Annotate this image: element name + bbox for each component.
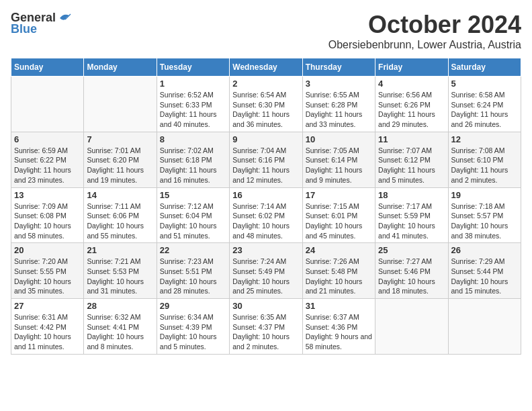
calendar-cell: 11Sunrise: 7:07 AM Sunset: 6:12 PM Dayli… [375,132,448,187]
day-info: Sunrise: 6:32 AM Sunset: 4:41 PM Dayligh… [87,312,153,352]
column-header-thursday: Thursday [302,58,375,77]
day-info: Sunrise: 7:07 AM Sunset: 6:12 PM Dayligh… [378,146,445,185]
day-number: 15 [160,190,226,200]
day-info: Sunrise: 6:31 AM Sunset: 4:42 PM Dayligh… [14,312,81,352]
day-info: Sunrise: 7:12 AM Sunset: 6:04 PM Dayligh… [160,201,226,241]
calendar-week-row: 27Sunrise: 6:31 AM Sunset: 4:42 PM Dayli… [11,299,521,355]
calendar-cell: 9Sunrise: 7:04 AM Sunset: 6:16 PM Daylig… [230,132,302,187]
day-info: Sunrise: 7:04 AM Sunset: 6:16 PM Dayligh… [232,146,299,185]
column-header-saturday: Saturday [448,58,521,77]
day-info: Sunrise: 7:17 AM Sunset: 5:59 PM Dayligh… [378,201,445,241]
day-info: Sunrise: 6:37 AM Sunset: 4:36 PM Dayligh… [306,312,372,352]
calendar-cell: 30Sunrise: 6:35 AM Sunset: 4:37 PM Dayli… [230,299,302,355]
day-number: 14 [87,190,153,200]
page-header: General Blue October 2024 Obersiebenbrun… [11,11,521,51]
day-info: Sunrise: 7:18 AM Sunset: 5:57 PM Dayligh… [451,201,518,241]
day-info: Sunrise: 7:15 AM Sunset: 6:01 PM Dayligh… [306,201,372,241]
calendar-cell: 1Sunrise: 6:52 AM Sunset: 6:33 PM Daylig… [157,77,229,132]
month-title: October 2024 [328,11,521,39]
day-number: 20 [14,245,81,255]
calendar-cell [84,77,157,132]
calendar-cell: 8Sunrise: 7:02 AM Sunset: 6:18 PM Daylig… [157,132,229,187]
calendar-cell: 13Sunrise: 7:09 AM Sunset: 6:08 PM Dayli… [11,187,84,243]
calendar-week-row: 6Sunrise: 6:59 AM Sunset: 6:22 PM Daylig… [11,132,521,187]
column-header-friday: Friday [375,58,448,77]
calendar-header-row: SundayMondayTuesdayWednesdayThursdayFrid… [11,58,521,77]
calendar-cell: 31Sunrise: 6:37 AM Sunset: 4:36 PM Dayli… [302,299,375,355]
day-info: Sunrise: 6:35 AM Sunset: 4:37 PM Dayligh… [232,312,299,352]
column-header-tuesday: Tuesday [157,58,229,77]
day-number: 21 [87,245,153,255]
day-info: Sunrise: 7:24 AM Sunset: 5:49 PM Dayligh… [232,257,299,296]
calendar-cell: 22Sunrise: 7:23 AM Sunset: 5:51 PM Dayli… [157,243,229,299]
day-info: Sunrise: 7:08 AM Sunset: 6:10 PM Dayligh… [451,146,518,185]
calendar-cell [11,77,84,132]
calendar-cell: 14Sunrise: 7:11 AM Sunset: 6:06 PM Dayli… [84,187,157,243]
calendar-cell: 15Sunrise: 7:12 AM Sunset: 6:04 PM Dayli… [157,187,229,243]
day-number: 18 [378,190,445,200]
day-number: 31 [306,301,372,311]
day-info: Sunrise: 6:52 AM Sunset: 6:33 PM Dayligh… [160,90,226,130]
calendar-cell: 23Sunrise: 7:24 AM Sunset: 5:49 PM Dayli… [230,243,302,299]
day-number: 4 [378,79,445,89]
calendar-week-row: 1Sunrise: 6:52 AM Sunset: 6:33 PM Daylig… [11,77,521,132]
title-block: October 2024 Obersiebenbrunn, Lower Aust… [328,11,521,51]
day-number: 29 [160,301,226,311]
day-info: Sunrise: 6:58 AM Sunset: 6:24 PM Dayligh… [451,90,518,130]
calendar-cell: 29Sunrise: 6:34 AM Sunset: 4:39 PM Dayli… [157,299,229,355]
day-info: Sunrise: 7:09 AM Sunset: 6:08 PM Dayligh… [14,201,81,241]
day-info: Sunrise: 6:59 AM Sunset: 6:22 PM Dayligh… [14,146,81,185]
day-number: 26 [451,245,518,255]
day-number: 8 [160,134,226,144]
calendar-cell: 6Sunrise: 6:59 AM Sunset: 6:22 PM Daylig… [11,132,84,187]
day-info: Sunrise: 6:54 AM Sunset: 6:30 PM Dayligh… [232,90,299,130]
day-info: Sunrise: 7:26 AM Sunset: 5:48 PM Dayligh… [306,257,372,296]
calendar-cell: 3Sunrise: 6:55 AM Sunset: 6:28 PM Daylig… [302,77,375,132]
day-number: 5 [451,79,518,89]
day-info: Sunrise: 6:34 AM Sunset: 4:39 PM Dayligh… [160,312,226,352]
day-number: 10 [306,134,372,144]
calendar-cell: 28Sunrise: 6:32 AM Sunset: 4:41 PM Dayli… [84,299,157,355]
calendar-cell: 24Sunrise: 7:26 AM Sunset: 5:48 PM Dayli… [302,243,375,299]
day-number: 27 [14,301,81,311]
calendar-week-row: 13Sunrise: 7:09 AM Sunset: 6:08 PM Dayli… [11,187,521,243]
day-number: 11 [378,134,445,144]
logo-bird-icon [57,11,72,25]
day-number: 24 [306,245,372,255]
calendar-cell: 20Sunrise: 7:20 AM Sunset: 5:55 PM Dayli… [11,243,84,299]
column-header-monday: Monday [84,58,157,77]
day-number: 13 [14,190,81,200]
calendar-cell [375,299,448,355]
logo-blue-text: Blue [11,22,37,36]
day-number: 28 [87,301,153,311]
day-number: 30 [232,301,299,311]
calendar-table: SundayMondayTuesdayWednesdayThursdayFrid… [11,58,521,355]
day-number: 2 [232,79,299,89]
calendar-cell: 10Sunrise: 7:05 AM Sunset: 6:14 PM Dayli… [302,132,375,187]
day-info: Sunrise: 7:27 AM Sunset: 5:46 PM Dayligh… [378,257,445,296]
day-number: 6 [14,134,81,144]
day-number: 19 [451,190,518,200]
calendar-cell: 19Sunrise: 7:18 AM Sunset: 5:57 PM Dayli… [448,187,521,243]
day-info: Sunrise: 7:05 AM Sunset: 6:14 PM Dayligh… [306,146,372,185]
calendar-cell: 27Sunrise: 6:31 AM Sunset: 4:42 PM Dayli… [11,299,84,355]
calendar-cell: 5Sunrise: 6:58 AM Sunset: 6:24 PM Daylig… [448,77,521,132]
day-info: Sunrise: 7:29 AM Sunset: 5:44 PM Dayligh… [451,257,518,296]
day-info: Sunrise: 6:56 AM Sunset: 6:26 PM Dayligh… [378,90,445,130]
day-info: Sunrise: 7:02 AM Sunset: 6:18 PM Dayligh… [160,146,226,185]
column-header-sunday: Sunday [11,58,84,77]
column-header-wednesday: Wednesday [230,58,302,77]
calendar-cell: 7Sunrise: 7:01 AM Sunset: 6:20 PM Daylig… [84,132,157,187]
calendar-cell: 18Sunrise: 7:17 AM Sunset: 5:59 PM Dayli… [375,187,448,243]
calendar-cell: 25Sunrise: 7:27 AM Sunset: 5:46 PM Dayli… [375,243,448,299]
day-info: Sunrise: 7:23 AM Sunset: 5:51 PM Dayligh… [160,257,226,296]
calendar-week-row: 20Sunrise: 7:20 AM Sunset: 5:55 PM Dayli… [11,243,521,299]
day-info: Sunrise: 7:14 AM Sunset: 6:02 PM Dayligh… [232,201,299,241]
day-info: Sunrise: 6:55 AM Sunset: 6:28 PM Dayligh… [306,90,372,130]
day-info: Sunrise: 7:01 AM Sunset: 6:20 PM Dayligh… [87,146,153,185]
day-number: 1 [160,79,226,89]
calendar-cell: 12Sunrise: 7:08 AM Sunset: 6:10 PM Dayli… [448,132,521,187]
calendar-cell [448,299,521,355]
day-number: 25 [378,245,445,255]
calendar-cell: 21Sunrise: 7:21 AM Sunset: 5:53 PM Dayli… [84,243,157,299]
